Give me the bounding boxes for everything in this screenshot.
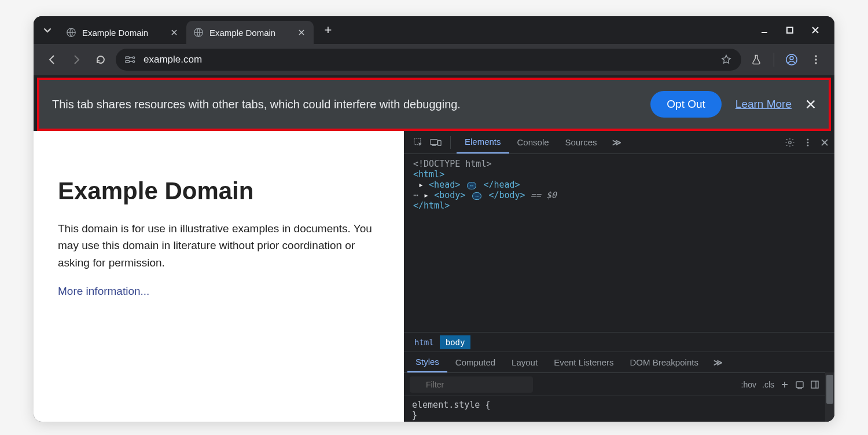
tab-inactive[interactable]: Example Domain (59, 21, 186, 44)
dom-head-open: <head> (429, 180, 460, 190)
toggle-panel-icon[interactable] (810, 380, 819, 389)
address-bar[interactable]: example.com (116, 49, 741, 71)
devtools-panel: Elements Console Sources ≫ <!DOCTYPE htm… (404, 131, 834, 422)
dom-body-open: <body> (434, 190, 465, 200)
maximize-button[interactable] (786, 26, 794, 34)
device-toggle-icon[interactable] (427, 138, 444, 147)
learn-more-link[interactable]: Learn More (735, 98, 792, 111)
devtools-tab-sources[interactable]: Sources (557, 131, 605, 153)
tab-close-icon[interactable] (296, 27, 307, 38)
page-heading: Example Domain (58, 177, 380, 205)
computed-styles-icon[interactable] (795, 380, 804, 389)
new-tab-button[interactable]: + (319, 21, 337, 39)
subtab-layout[interactable]: Layout (503, 352, 546, 372)
subtab-event-listeners[interactable]: Event Listeners (546, 352, 621, 372)
devtools-tab-elements[interactable]: Elements (457, 131, 509, 153)
dom-head-close: </head> (483, 180, 520, 190)
info-banner-text: This tab shares resources with other tab… (52, 98, 637, 111)
svg-point-10 (815, 59, 817, 61)
svg-rect-4 (126, 61, 130, 63)
svg-point-6 (133, 61, 134, 63)
new-style-rule-icon[interactable] (780, 380, 789, 389)
svg-rect-14 (438, 140, 441, 145)
svg-rect-19 (796, 382, 803, 388)
devtools-menu-icon[interactable] (803, 137, 812, 148)
info-banner-highlight: This tab shares resources with other tab… (37, 78, 831, 131)
tab-close-icon[interactable] (169, 27, 179, 38)
globe-icon (66, 27, 76, 38)
selected-marker: == $0 (525, 190, 557, 200)
styles-scrollbar[interactable] (825, 372, 834, 422)
window-controls (760, 26, 834, 34)
svg-point-8 (790, 56, 793, 60)
profile-icon[interactable] (782, 50, 801, 69)
devtools-tab-console[interactable]: Console (509, 131, 557, 153)
styles-filter-input[interactable] (410, 376, 533, 393)
style-rules[interactable]: element.style { } (404, 396, 825, 422)
minimize-button[interactable] (760, 26, 768, 34)
dom-doctype: <!DOCTYPE html> (413, 159, 491, 169)
dom-breadcrumbs: html body (404, 332, 834, 352)
opt-out-button[interactable]: Opt Out (650, 91, 722, 118)
devtools-tabs: Elements Console Sources ≫ (404, 131, 834, 154)
close-window-button[interactable] (811, 26, 819, 34)
globe-icon (193, 27, 204, 38)
rule-selector: element.style { (412, 400, 817, 410)
menu-icon[interactable] (807, 50, 825, 69)
crumb-body[interactable]: body (440, 335, 471, 349)
styles-lower: :hov .cls element.style { } (404, 372, 834, 422)
page-content: Example Domain This domain is for use in… (34, 131, 404, 422)
tab-title: Example Domain (82, 28, 163, 38)
reload-button[interactable] (91, 50, 110, 69)
bookmark-star-icon[interactable] (720, 54, 732, 65)
address-text: example.com (144, 54, 202, 65)
back-button[interactable] (43, 50, 61, 69)
tab-active[interactable]: Example Domain (186, 21, 314, 44)
tab-bar: Example Domain Example Domain + (34, 16, 834, 44)
svg-point-15 (789, 141, 792, 144)
collapsed-badge[interactable]: ⋯ (472, 192, 481, 200)
hov-toggle[interactable]: :hov (741, 380, 756, 389)
tab-title: Example Domain (209, 28, 290, 38)
svg-rect-3 (126, 57, 130, 59)
subtab-styles[interactable]: Styles (407, 352, 447, 372)
subtab-computed[interactable]: Computed (447, 352, 503, 372)
svg-point-9 (815, 55, 817, 57)
svg-point-18 (807, 144, 809, 146)
dom-html-open: <html> (413, 169, 444, 180)
devtools-settings-icon[interactable] (785, 137, 795, 148)
dom-tree[interactable]: <!DOCTYPE html> <html> ▸ <head> ⋯ </head… (404, 154, 834, 332)
inspect-icon[interactable] (410, 137, 427, 148)
dom-body-close: </body> (488, 190, 525, 200)
tab-search-dropdown[interactable] (39, 22, 56, 38)
subtabs-overflow[interactable]: ≫ (709, 357, 727, 368)
devtools-tabs-overflow[interactable]: ≫ (608, 137, 626, 148)
crumb-html[interactable]: html (409, 335, 440, 349)
labs-icon[interactable] (747, 50, 766, 69)
svg-point-5 (133, 57, 134, 59)
more-info-link[interactable]: More information... (58, 285, 149, 297)
svg-point-16 (807, 138, 809, 140)
dom-html-close: </html> (413, 200, 450, 211)
cls-toggle[interactable]: .cls (762, 380, 774, 389)
site-info-icon[interactable] (125, 55, 137, 64)
svg-rect-20 (811, 381, 818, 388)
info-banner: This tab shares resources with other tab… (39, 80, 829, 129)
devtools-close-icon[interactable] (821, 137, 829, 148)
svg-point-11 (815, 62, 817, 64)
separator (450, 136, 451, 149)
banner-close-icon[interactable] (806, 99, 816, 109)
scrollbar-thumb[interactable] (826, 375, 833, 404)
separator (774, 53, 774, 67)
toolbar: example.com (34, 44, 834, 75)
gutter-dots: ⋯ (413, 190, 418, 200)
svg-rect-13 (431, 139, 437, 144)
svg-rect-2 (787, 27, 793, 33)
browser-window: Example Domain Example Domain + (34, 16, 834, 422)
forward-button[interactable] (67, 50, 86, 69)
styles-subtabs: Styles Computed Layout Event Listeners D… (404, 352, 834, 372)
subtab-dom-breakpoints[interactable]: DOM Breakpoints (622, 352, 707, 372)
page-paragraph: This domain is for use in illustrative e… (58, 220, 380, 271)
content-split: Example Domain This domain is for use in… (34, 131, 834, 422)
collapsed-badge[interactable]: ⋯ (467, 182, 476, 189)
